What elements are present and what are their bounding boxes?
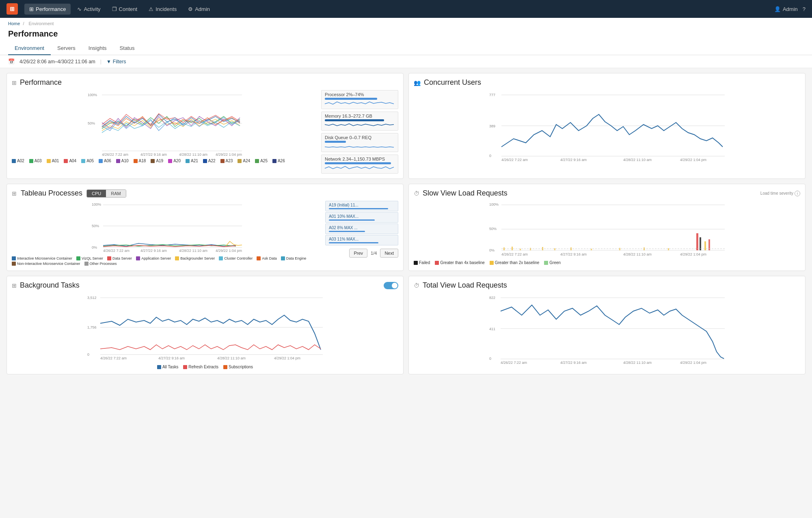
breadcrumb-current: Environment [29, 21, 54, 26]
process-items-list: A19 (Initial) 11... A01 10% MAX... A02 8… [325, 201, 398, 266]
network-sparkline [325, 165, 395, 171]
svg-text:4/29/22 1:04 pm: 4/29/22 1:04 pm [680, 361, 706, 365]
pagination-info: 1/4 [371, 251, 377, 256]
nav-activity[interactable]: ∿ Activity [72, 4, 105, 15]
total-view-icon: ⏱ [414, 282, 419, 289]
severity-info-icon[interactable]: i [795, 191, 800, 196]
help-button[interactable]: ? [803, 6, 806, 12]
metric-disk: Disk Queue 0–0.7 REQ [321, 133, 398, 152]
content-icon: ❐ [112, 6, 117, 12]
tab-servers[interactable]: Servers [51, 42, 82, 55]
calendar-icon: 📅 [8, 58, 15, 64]
slow-view-legend: Failed Greater than 4x baseline Greater … [414, 260, 800, 265]
nav-admin[interactable]: ⚙ Admin [183, 4, 215, 15]
filters-button[interactable]: ▼ Filters [106, 59, 126, 64]
tab-insights[interactable]: Insights [82, 42, 113, 55]
svg-rect-50 [696, 233, 698, 250]
svg-text:4/27/22 9:16 am: 4/27/22 9:16 am [140, 249, 167, 253]
svg-text:50%: 50% [489, 227, 497, 231]
filter-divider: | [100, 59, 102, 64]
legend-a02: A02 [12, 159, 24, 163]
svg-text:4/27/22 9:16 am: 4/27/22 9:16 am [140, 153, 167, 157]
svg-text:4/28/22 11:10 am: 4/28/22 11:10 am [217, 356, 246, 360]
svg-rect-52 [704, 241, 706, 250]
legend-subscriptions: Subscriptions [223, 365, 253, 369]
slow-view-header: ⏱ Slow View Load Requests Load time seve… [414, 189, 800, 198]
processes-main-area: 100% 50% 0% 4/26/22 7:22 am 4/27/22 9:16… [12, 201, 398, 266]
metric-processor: Processor 2%–74% [321, 90, 398, 109]
tab-status[interactable]: Status [113, 42, 141, 55]
svg-text:100%: 100% [92, 202, 101, 206]
legend-a10: A10 [116, 159, 129, 163]
svg-rect-46 [591, 249, 592, 250]
ram-button[interactable]: RAM [106, 190, 125, 197]
background-tasks-legend: All Tasks Refresh Extracts Subscriptions [12, 365, 398, 369]
svg-text:4/29/22 1:04 pm: 4/29/22 1:04 pm [216, 249, 242, 253]
cpu-button[interactable]: CPU [87, 190, 106, 197]
total-view-load-svg: 822 411 0 4/26/22 7:22 am 4/27/22 9:16 a… [414, 293, 800, 366]
main-content: ⊞ Performance 100% 50% 4/26/22 7:22 am 4… [0, 68, 812, 379]
svg-text:777: 777 [489, 93, 495, 97]
legend-a03: A03 [29, 159, 42, 163]
metric-memory: Memory 16.3–272.7 GB [321, 112, 398, 131]
svg-rect-47 [619, 248, 620, 250]
background-tasks-toggle[interactable] [384, 282, 398, 289]
svg-text:3,512: 3,512 [87, 296, 97, 300]
legend-a21: A21 [186, 159, 198, 163]
memory-sparkline [325, 122, 395, 128]
svg-text:411: 411 [489, 327, 495, 331]
legend-a04: A04 [64, 159, 76, 163]
prev-button[interactable]: Prev [349, 249, 367, 258]
nav-content[interactable]: ❐ Content [107, 4, 143, 15]
load-severity-label: Load time severity i [760, 191, 800, 196]
svg-text:50%: 50% [92, 224, 99, 228]
legend-a01: A01 [47, 159, 59, 163]
svg-text:100%: 100% [489, 202, 499, 206]
next-button[interactable]: Next [380, 249, 398, 258]
date-range-label: 4/26/22 8:06 am–4/30/22 11:06 am [19, 59, 95, 64]
svg-rect-42 [530, 248, 531, 250]
svg-text:4/27/22 9:16 am: 4/27/22 9:16 am [560, 361, 587, 365]
nav-performance[interactable]: ⊞ Performance [24, 4, 71, 15]
concurrent-users-svg: 777 389 0 4/26/22 7:22 am 4/27/22 9:16 a… [414, 90, 800, 163]
disk-sparkline [325, 144, 395, 149]
breadcrumb: Home / Environment [0, 18, 812, 28]
legend-a23: A23 [220, 159, 233, 163]
legend-non-interactive: Non-Interactive Microservice Container [12, 262, 80, 266]
total-view-load-title: ⏱ Total View Load Requests [414, 281, 800, 290]
breadcrumb-home[interactable]: Home [8, 21, 20, 26]
processes-chart-icon: ⊞ [12, 190, 17, 197]
help-icon: ? [803, 6, 806, 12]
tab-environment[interactable]: Environment [8, 42, 51, 55]
svg-text:4/26/22 7:22 am: 4/26/22 7:22 am [100, 356, 127, 360]
svg-text:4/28/22 11:10 am: 4/28/22 11:10 am [623, 158, 652, 162]
svg-text:4/27/22 9:16 am: 4/27/22 9:16 am [560, 252, 587, 256]
process-item-a01[interactable]: A01 10% MAX... [325, 212, 398, 223]
process-item-a03[interactable]: A03 11% MAX... [325, 235, 398, 245]
performance-icon: ⊞ [29, 6, 34, 12]
nav-right-section: 👤 Admin ? [774, 6, 806, 12]
legend-all-tasks: All Tasks [157, 365, 178, 369]
svg-text:4/26/22 7:22 am: 4/26/22 7:22 am [501, 158, 528, 162]
nav-incidents[interactable]: ⚠ Incidents [144, 4, 181, 15]
legend-a18: A18 [134, 159, 146, 163]
tableau-processes-card: ⊞ Tableau Processes CPU RAM 100% 50% 0% … [6, 184, 404, 271]
page-title: Performance [8, 29, 804, 42]
svg-text:4/28/22 11:10 am: 4/28/22 11:10 am [179, 249, 207, 253]
legend-interactive-ms: Interactive Microservice Container [12, 256, 72, 260]
svg-text:822: 822 [489, 296, 495, 300]
svg-text:0%: 0% [92, 245, 97, 249]
legend-cluster: Cluster Controller [219, 256, 253, 260]
processor-sparkline [325, 101, 395, 106]
svg-text:100%: 100% [88, 93, 97, 97]
legend-refresh-extracts: Refresh Extracts [183, 365, 218, 369]
process-item-a19[interactable]: A19 (Initial) 11... [325, 201, 398, 211]
page-header: Performance Environment Servers Insights… [0, 28, 812, 55]
process-item-a02[interactable]: A02 8% MAX ... [325, 224, 398, 234]
admin-user-button[interactable]: 👤 Admin [774, 6, 798, 12]
legend-a06: A06 [99, 159, 111, 163]
svg-rect-41 [520, 249, 521, 250]
legend-a22: A22 [203, 159, 216, 163]
performance-svg: 100% 50% 4/26/22 7:22 am 4/27/22 9:16 am… [12, 90, 318, 155]
svg-rect-40 [512, 247, 513, 250]
